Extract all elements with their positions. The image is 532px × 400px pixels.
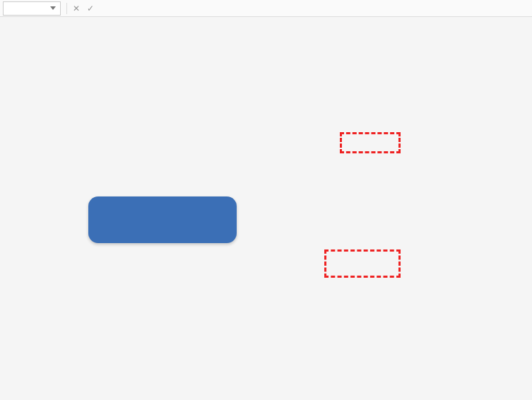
name-box[interactable]	[3, 1, 61, 16]
chevron-down-icon[interactable]	[50, 6, 56, 10]
separator	[66, 3, 67, 14]
cancel-icon[interactable]: ✕	[73, 4, 80, 13]
check-icon[interactable]: ✓	[87, 4, 94, 13]
formula-bar-icons: ✕ ✓	[73, 4, 101, 13]
red-highlight-1	[340, 132, 401, 153]
callout-bubble	[88, 196, 237, 243]
formula-bar: ✕ ✓	[0, 0, 532, 17]
red-highlight-2	[324, 249, 401, 278]
